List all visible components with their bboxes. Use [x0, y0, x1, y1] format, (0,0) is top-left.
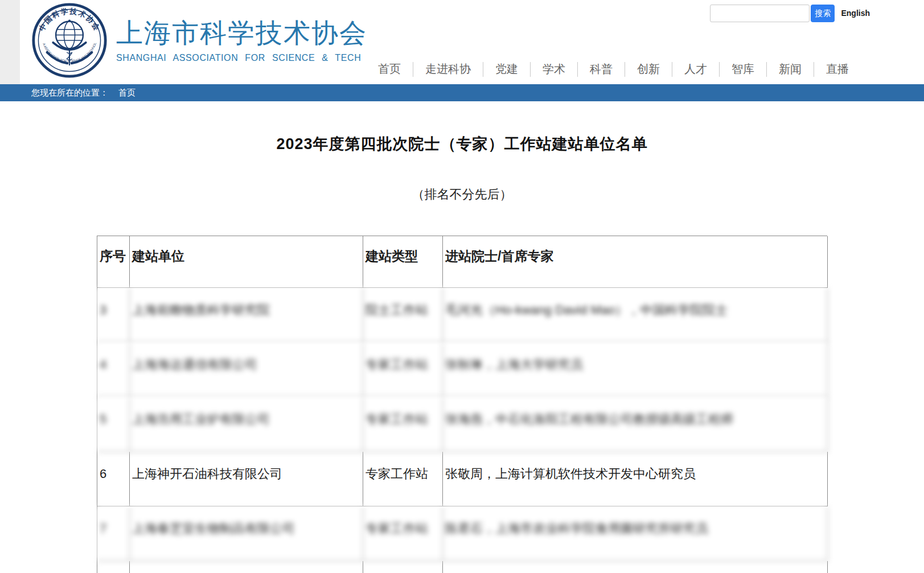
- cell-type: 专家工作站: [363, 343, 443, 397]
- cell-no: 7: [97, 506, 130, 561]
- workstation-table: 序号 建站单位 建站类型 进站院士/首席专家 3 上海前瞻物质科学研究院 院士工…: [97, 236, 827, 573]
- page-subtitle: （排名不分先后）: [97, 186, 827, 203]
- cell-no: 6: [97, 452, 130, 506]
- table-header-row: 序号 建站单位 建站类型 进站院士/首席专家: [97, 236, 827, 288]
- cell-expert: 毛河光（Ho-kwang David Mao），中国科学院院士: [443, 288, 828, 343]
- cell-unit: [130, 561, 363, 573]
- nav-item-science-popularization[interactable]: 科普: [578, 61, 625, 77]
- nav-item-live[interactable]: 直播: [814, 61, 861, 77]
- logo-title-cn: 上海市科学技术协会: [116, 18, 367, 48]
- nav-item-think-tank[interactable]: 智库: [720, 61, 766, 77]
- logo-text: 上海市科学技术协会 SHANGHAI ASSOCIATION FOR SCIEN…: [116, 2, 367, 63]
- cell-type: 专家工作站: [363, 506, 443, 561]
- table-row: [97, 561, 827, 573]
- breadcrumb-home-link[interactable]: 首页: [118, 88, 135, 97]
- nav-item-about[interactable]: 走进科协: [413, 61, 483, 77]
- cell-unit: 上海神开石油科技有限公司: [130, 452, 363, 506]
- search-input[interactable]: [710, 5, 810, 22]
- column-header-expert: 进站院士/首席专家: [443, 236, 828, 288]
- nav-item-news[interactable]: 新闻: [767, 61, 814, 77]
- breadcrumb: 您现在所在的位置：首页: [0, 84, 924, 101]
- search-button[interactable]: 搜索: [811, 5, 835, 22]
- table-row: 3 上海前瞻物质科学研究院 院士工作站 毛河光（Ho-kwang David M…: [97, 288, 827, 343]
- nav-item-innovation[interactable]: 创新: [625, 61, 672, 77]
- cell-expert: 张敬周，上海计算机软件技术开发中心研究员: [443, 452, 828, 506]
- cell-no: 5: [97, 397, 130, 452]
- table-row: 6 上海神开石油科技有限公司 专家工作站 张敬周，上海计算机软件技术开发中心研究…: [97, 452, 827, 506]
- cell-unit: 上海前瞻物质科学研究院: [130, 288, 363, 343]
- cell-type: 专家工作站: [363, 452, 443, 506]
- nav-item-talent[interactable]: 人才: [672, 61, 719, 77]
- nav-item-academic[interactable]: 学术: [531, 61, 577, 77]
- cell-expert: 张海燕，中石化洛阳工程有限公司教授级高级工程师: [443, 397, 828, 452]
- cell-expert: 陈君石，上海市农业科学院食用菌研究所研究员: [443, 506, 828, 561]
- cell-type: 院士工作站: [363, 288, 443, 343]
- cell-no: 3: [97, 288, 130, 343]
- english-link[interactable]: English: [841, 5, 870, 22]
- cell-type: [363, 561, 443, 573]
- cast-emblem-icon: 中国科学技术协会 CHINA ASSOCIATION FOR SCIENCE A…: [31, 2, 108, 79]
- nav-item-party-building[interactable]: 党建: [483, 61, 530, 77]
- header: 中国科学技术协会 CHINA ASSOCIATION FOR SCIENCE A…: [0, 0, 924, 84]
- cell-expert: 张秋琳，上海大学研究员: [443, 343, 828, 397]
- table-row: 7 上海春芝堂生物制品有限公司 专家工作站 陈君石，上海市农业科学院食用菌研究所…: [97, 506, 827, 561]
- column-header-no: 序号: [97, 236, 130, 288]
- cell-unit: 上海春芝堂生物制品有限公司: [130, 506, 363, 561]
- logo-title-en: SHANGHAI ASSOCIATION FOR SCIENCE & TECH: [116, 53, 367, 63]
- cell-no: 4: [97, 343, 130, 397]
- column-header-unit: 建站单位: [130, 236, 363, 288]
- cell-expert: [443, 561, 828, 573]
- page-title: 2023年度第四批次院士（专家）工作站建站单位名单: [97, 134, 827, 154]
- main-content: 2023年度第四批次院士（专家）工作站建站单位名单 （排名不分先后） 序号 建站…: [0, 101, 924, 573]
- table-row: 4 上海海达通信有限公司 专家工作站 张秋琳，上海大学研究员: [97, 343, 827, 397]
- main-nav: 首页 走进科协 党建 学术 科普 创新 人才 智库 新闻 直播: [366, 61, 861, 77]
- nav-item-home[interactable]: 首页: [366, 61, 413, 77]
- logo-link[interactable]: 中国科学技术协会 CHINA ASSOCIATION FOR SCIENCE A…: [31, 2, 367, 79]
- cell-no: [97, 561, 130, 573]
- table-row: 5 上海浩用工业炉有限公司 专家工作站 张海燕，中石化洛阳工程有限公司教授级高级…: [97, 397, 827, 452]
- cell-unit: 上海海达通信有限公司: [130, 343, 363, 397]
- header-inner: 中国科学技术协会 CHINA ASSOCIATION FOR SCIENCE A…: [20, 0, 924, 84]
- search-area: 搜索 English: [710, 5, 870, 22]
- breadcrumb-label: 您现在所在的位置：: [31, 88, 108, 97]
- cell-unit: 上海浩用工业炉有限公司: [130, 397, 363, 452]
- cell-type: 专家工作站: [363, 397, 443, 452]
- column-header-type: 建站类型: [363, 236, 443, 288]
